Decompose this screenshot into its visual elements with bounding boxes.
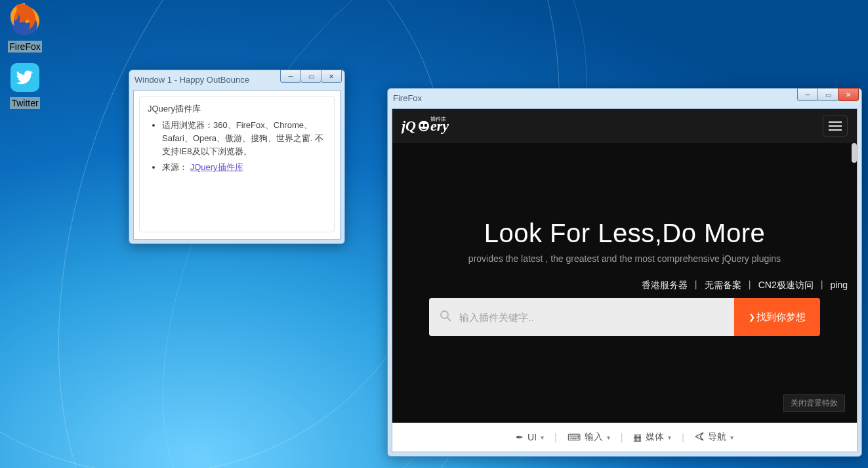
disable-bg-fx-button[interactable]: 关闭背景特效 — [783, 394, 845, 412]
promo-item[interactable]: 香港服务器 — [642, 280, 688, 290]
brush-icon: ✒ — [516, 432, 524, 442]
minimize-button[interactable]: ─ — [797, 88, 818, 101]
svg-point-4 — [421, 124, 423, 127]
hero: Look For Less,Do More provides the lates… — [392, 143, 857, 264]
promo-item[interactable]: 无需备案 — [705, 280, 741, 290]
close-button[interactable]: ✕ — [838, 88, 859, 101]
window-happy-outbounce[interactable]: ─ ▭ ✕ Window 1 - Happy OutBounce JQuery插… — [129, 70, 345, 244]
plane-icon — [695, 432, 704, 443]
desktop-icon-label: Twitter — [10, 97, 39, 109]
chevron-down-icon: ▾ — [668, 434, 671, 441]
search-input[interactable] — [458, 311, 724, 324]
content-bullet: 来源： JQuery插件库 — [162, 161, 326, 174]
nav-media[interactable]: ▦ 媒体 ▾ — [633, 431, 671, 443]
hero-title: Look For Less,Do More — [392, 219, 857, 248]
window-title: FireFox — [388, 93, 861, 103]
promo-bar: 香港服务器 丨 无需备案 丨 CN2极速访问 丨 ping — [392, 264, 857, 298]
svg-line-9 — [447, 318, 451, 321]
keyboard-icon: ⌨ — [568, 432, 581, 442]
hamburger-button[interactable] — [823, 116, 848, 137]
svg-point-5 — [424, 124, 427, 127]
browser-page: jQ ery 插件库 Look For Less,Do More pro — [392, 109, 857, 452]
media-icon: ▦ — [633, 432, 642, 442]
hero-subtitle: provides the latest , the greatest and t… — [392, 253, 857, 264]
chevron-down-icon: ▾ — [607, 434, 610, 441]
close-button[interactable]: ✕ — [321, 70, 342, 83]
nav-ui[interactable]: ✒ UI ▾ — [516, 432, 544, 442]
svg-text:jQ: jQ — [402, 117, 416, 134]
bottom-nav: ✒ UI ▾ | ⌨ 输入 ▾ | ▦ 媒体 ▾ | — [392, 423, 857, 452]
maximize-button[interactable]: ▭ — [300, 70, 321, 83]
search-bar: ❯ 找到你梦想 — [429, 298, 820, 336]
titlebar[interactable]: FireFox — [388, 89, 861, 107]
promo-item[interactable]: CN2极速访问 — [758, 280, 814, 290]
minimize-button[interactable]: ─ — [280, 70, 301, 83]
content-bullet: 适用浏览器：360、FireFox、Chrome、Safari、Opera、傲游… — [162, 119, 326, 158]
chevron-down-icon: ▾ — [541, 434, 544, 441]
brand-logo[interactable]: jQ ery 插件库 — [402, 115, 462, 137]
maximize-button[interactable]: ▭ — [817, 88, 838, 101]
promo-item[interactable]: ping — [831, 280, 848, 290]
content-heading: JQuery插件库 — [148, 103, 326, 115]
nav-navigation[interactable]: 导航 ▾ — [695, 431, 734, 443]
play-icon: ❯ — [749, 312, 755, 322]
firefox-icon — [1, 3, 49, 39]
desktop-icon-label: FireFox — [8, 41, 41, 53]
svg-text:插件库: 插件库 — [430, 116, 446, 122]
scrollbar-thumb[interactable] — [852, 143, 857, 163]
search-button[interactable]: ❯ 找到你梦想 — [734, 298, 820, 336]
desktop-icon-twitter[interactable]: Twitter — [1, 59, 49, 109]
nav-input[interactable]: ⌨ 输入 ▾ — [568, 431, 610, 443]
window-firefox[interactable]: ─ ▭ ✕ FireFox jQ ery 插件库 — [387, 88, 862, 457]
search-icon — [440, 310, 451, 324]
desktop-icon-firefox[interactable]: FireFox — [1, 3, 49, 53]
twitter-icon — [1, 59, 49, 96]
source-link[interactable]: JQuery插件库 — [190, 162, 243, 172]
page-topbar: jQ ery 插件库 — [392, 109, 857, 143]
chevron-down-icon: ▾ — [730, 434, 734, 441]
svg-point-8 — [441, 311, 448, 318]
